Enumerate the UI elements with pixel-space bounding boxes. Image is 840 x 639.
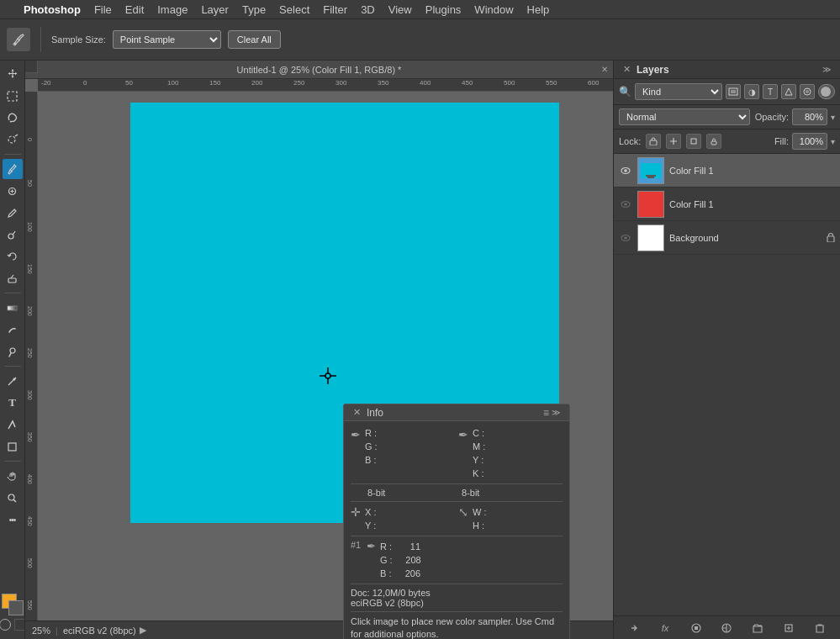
layer-thumbnail-2 <box>637 224 664 251</box>
clear-all-button[interactable]: Clear All <box>228 30 281 49</box>
menu-item-filter[interactable]: Filter <box>316 3 354 16</box>
menu-item-view[interactable]: View <box>382 3 419 16</box>
svg-rect-9 <box>8 443 16 451</box>
layers-bottom-toolbar: fx <box>614 615 840 639</box>
sample-size-label: Sample Size: <box>51 34 106 45</box>
layer-item-1[interactable]: Color Fill 1 <box>614 187 840 221</box>
blend-mode-select[interactable]: Normal Dissolve Multiply Screen Overlay <box>619 108 750 125</box>
more-tools-button[interactable]: ••• <box>3 510 23 530</box>
layer-visibility-2[interactable] <box>619 231 632 245</box>
menu-item-type[interactable]: Type <box>235 3 272 16</box>
blur-button[interactable] <box>3 320 23 340</box>
type-filter-icon[interactable]: T <box>763 84 778 99</box>
document-close-button[interactable]: ✕ <box>601 65 608 74</box>
clone-stamp-button[interactable] <box>3 224 23 245</box>
menu-item-3d[interactable]: 3D <box>354 3 382 16</box>
layer-item-0[interactable]: Color Fill 1 <box>614 154 840 187</box>
layers-panel: 🔍 Kind ◑ T <box>614 79 840 639</box>
add-mask-button[interactable] <box>687 619 705 637</box>
gradient-button[interactable] <box>3 298 23 318</box>
menu-item-help[interactable]: Help <box>520 3 557 16</box>
adjustment-filter-icon[interactable]: ◑ <box>744 84 759 99</box>
info-hint-section: Click image to place new color sampler. … <box>351 612 563 639</box>
layers-panel-title: Layers <box>637 64 669 76</box>
svg-point-19 <box>806 90 809 93</box>
lock-pixels-button[interactable] <box>646 134 661 149</box>
menu-item-plugins[interactable]: Plugins <box>419 3 468 16</box>
new-layer-button[interactable] <box>779 619 798 637</box>
dodge-button[interactable] <box>3 341 23 362</box>
brush-tool-button[interactable] <box>3 203 23 223</box>
history-brush-button[interactable] <box>3 246 23 267</box>
background-color-swatch[interactable] <box>8 600 24 615</box>
layer-visibility-0[interactable] <box>619 164 632 177</box>
marquee-tool-button[interactable] <box>3 86 23 106</box>
lock-position-button[interactable] <box>666 134 681 149</box>
menu-item-layer[interactable]: Layer <box>194 3 235 16</box>
info-panel-menu-icon[interactable]: ≡ <box>543 407 549 419</box>
menu-item-select[interactable]: Select <box>272 3 316 16</box>
info-panel-close-button[interactable]: ✕ <box>351 407 363 418</box>
info-xy-values: X : Y : <box>365 505 379 532</box>
svg-point-10 <box>8 494 14 500</box>
shape-filter-icon[interactable] <box>781 84 796 99</box>
screen-mode-button[interactable] <box>14 619 26 631</box>
opacity-stepper[interactable]: ▾ <box>831 113 835 122</box>
lock-all-button[interactable] <box>706 134 721 149</box>
layers-panel-collapse-button[interactable]: ≫ <box>820 65 833 74</box>
new-group-button[interactable] <box>748 619 767 637</box>
ruler-horizontal: -20 0 50 100 150 200 250 300 350 400 450… <box>38 79 613 92</box>
crosshair-icon: ✛ <box>351 505 361 519</box>
toolbar: Sample Size: Point Sample 3 by 3 Average… <box>0 18 840 61</box>
status-arrow[interactable]: ▶ <box>140 625 146 636</box>
opacity-input[interactable] <box>792 108 827 125</box>
fill-row: Fill: ▾ <box>774 133 835 150</box>
pixel-filter-icon[interactable] <box>726 84 741 99</box>
hand-tool-button[interactable] <box>3 466 23 486</box>
layer-visibility-1[interactable] <box>619 198 632 211</box>
new-fill-adjustment-button[interactable] <box>717 619 736 637</box>
sample-size-select[interactable]: Point Sample 3 by 3 Average 5 by 5 Avera… <box>113 30 221 49</box>
shape-tool-button[interactable] <box>3 436 23 457</box>
menu-item-image[interactable]: Image <box>151 3 194 16</box>
info-rgb-section: ✒ R : G : B : <box>351 426 455 480</box>
svg-point-28 <box>624 236 627 240</box>
info-cmyk-values: C : M : Y : <box>473 426 489 480</box>
lasso-tool-button[interactable] <box>3 108 23 128</box>
smart-filter-icon[interactable] <box>800 84 815 99</box>
pen-tool-button[interactable] <box>3 371 23 391</box>
svg-rect-6 <box>8 306 17 310</box>
eyedropper-tool-small-button[interactable] <box>3 159 23 179</box>
fill-stepper[interactable]: ▾ <box>831 137 835 146</box>
svg-rect-21 <box>691 139 696 144</box>
delete-layer-button[interactable] <box>811 619 829 637</box>
type-tool-button[interactable]: T <box>3 393 23 413</box>
svg-point-24 <box>624 169 627 172</box>
path-select-button[interactable] <box>3 415 23 435</box>
lock-artboard-button[interactable] <box>686 134 701 149</box>
quick-mask-button[interactable] <box>0 619 11 631</box>
spot-heal-button[interactable] <box>3 181 23 201</box>
info-panel-title: Info <box>367 407 383 419</box>
menu-item-window[interactable]: Window <box>468 3 520 16</box>
info-wh-section: ⤡ W : H : <box>458 505 563 532</box>
link-layers-button[interactable] <box>625 619 643 637</box>
layer-item-2[interactable]: Background <box>614 221 840 255</box>
layer-filter-toggle[interactable] <box>818 84 835 99</box>
fill-input[interactable] <box>792 133 827 150</box>
info-panel-collapse-button[interactable]: ≫ <box>549 408 563 417</box>
layers-panel-close-button[interactable]: ✕ <box>621 64 633 75</box>
layers-mode-row: Normal Dissolve Multiply Screen Overlay … <box>614 105 840 129</box>
layer-kind-select[interactable]: Kind <box>635 83 722 100</box>
zoom-tool-button[interactable] <box>3 488 23 508</box>
menu-item-file[interactable]: File <box>87 3 119 16</box>
ruler-vertical: -40 0 50 100 150 200 250 300 350 400 450… <box>25 92 38 621</box>
sampler-icon: ✒ <box>367 540 376 552</box>
eyedropper-tool-button[interactable] <box>7 28 30 51</box>
menu-item-edit[interactable]: Edit <box>119 3 151 16</box>
move-tool-button[interactable] <box>3 64 23 84</box>
add-style-button[interactable]: fx <box>656 619 674 637</box>
quick-select-button[interactable] <box>3 129 23 150</box>
eraser-button[interactable] <box>3 268 23 288</box>
ruler-corner <box>25 61 38 73</box>
